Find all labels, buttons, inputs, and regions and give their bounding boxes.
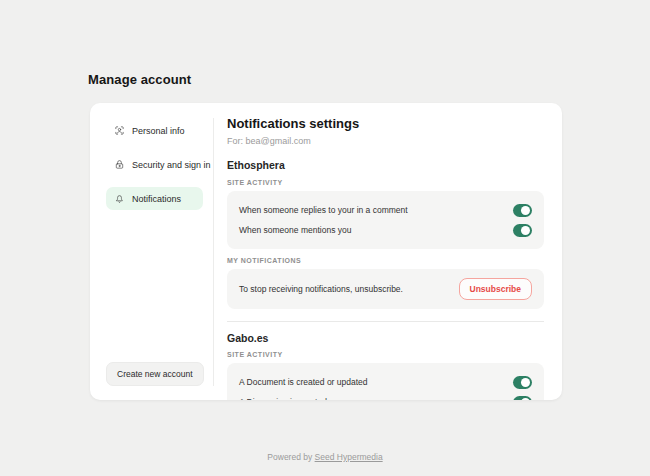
powered-by-text: Powered by xyxy=(267,452,314,462)
site-activity-label: SITE ACTIVITY xyxy=(227,179,544,186)
my-notifications-label: MY NOTIFICATIONS xyxy=(227,257,544,264)
sidebar-item-label: Security and sign in xyxy=(132,160,211,170)
unsubscribe-text: To stop receiving notifications, unsubsc… xyxy=(239,284,403,294)
toggle-knob xyxy=(521,226,530,235)
toggle-switch[interactable] xyxy=(513,396,532,401)
notification-row: When someone mentions you xyxy=(239,221,532,239)
notifications-settings-panel: Notifications settings For: bea@gmail.co… xyxy=(214,103,562,400)
seed-hypermedia-link[interactable]: Seed Hypermedia xyxy=(315,452,383,462)
footer: Powered by Seed Hypermedia xyxy=(0,452,650,462)
notification-row-label: A Document is created or updated xyxy=(239,377,368,387)
toggle-switch[interactable] xyxy=(513,204,532,217)
sidebar-item-label: Notifications xyxy=(132,194,181,204)
toggle-knob xyxy=(521,206,530,215)
notification-row: A Discussion is created xyxy=(239,393,532,400)
notification-row-label: When someone mentions you xyxy=(239,225,351,235)
unsubscribe-panel: To stop receiving notifications, unsubsc… xyxy=(227,269,544,309)
toggle-knob xyxy=(521,378,530,387)
sidebar-item-notifications[interactable]: Notifications xyxy=(106,187,203,210)
toggle-switch[interactable] xyxy=(513,376,532,389)
bell-icon xyxy=(114,193,125,204)
unsubscribe-button[interactable]: Unsubscribe xyxy=(459,278,533,300)
create-new-account-button[interactable]: Create new account xyxy=(106,362,204,386)
toggle-switch[interactable] xyxy=(513,224,532,237)
section-divider xyxy=(227,321,544,322)
toggle-knob xyxy=(521,398,530,401)
panel-title: Notifications settings xyxy=(227,116,544,131)
notification-row: A Document is created or updated xyxy=(239,373,532,391)
lock-icon xyxy=(114,159,125,170)
site-section-title: Gabo.es xyxy=(227,332,544,344)
site-section-title: Ethosphera xyxy=(227,159,544,171)
manage-account-card: Personal info Security and sign in xyxy=(90,103,562,400)
sidebar-spacer xyxy=(106,221,203,362)
site-activity-panel: When someone replies to your in a commen… xyxy=(227,191,544,249)
account-email-line: For: bea@gmail.com xyxy=(227,136,544,146)
site-activity-label: SITE ACTIVITY xyxy=(227,351,544,358)
notification-row-label: A Discussion is created xyxy=(239,397,327,400)
page: Manage account Personal info xyxy=(0,0,650,476)
user-scan-icon xyxy=(114,125,125,136)
page-title: Manage account xyxy=(88,72,191,87)
sidebar: Personal info Security and sign in xyxy=(90,103,213,400)
sidebar-item-label: Personal info xyxy=(132,126,185,136)
site-activity-panel: A Document is created or updated A Discu… xyxy=(227,363,544,400)
sidebar-item-personal-info[interactable]: Personal info xyxy=(106,119,203,142)
notification-row: When someone replies to your in a commen… xyxy=(239,201,532,219)
sidebar-item-security[interactable]: Security and sign in xyxy=(106,153,203,176)
notification-row-label: When someone replies to your in a commen… xyxy=(239,205,408,215)
